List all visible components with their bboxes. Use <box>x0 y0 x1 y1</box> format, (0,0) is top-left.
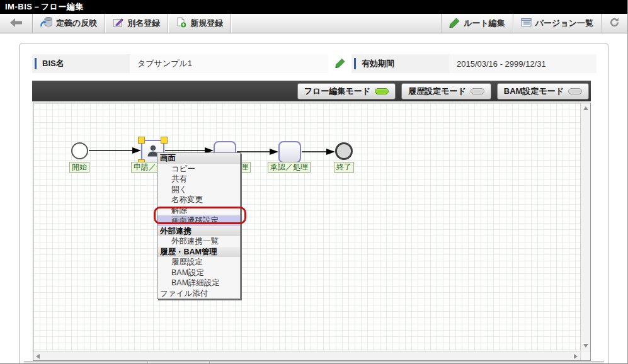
alias-register-button[interactable]: 別名登録 <box>105 14 168 33</box>
scroll-up-arrow-icon[interactable] <box>583 106 588 110</box>
flow-connectors <box>33 103 591 361</box>
task-node-approve[interactable] <box>278 141 301 163</box>
bis-name-value: タブサンプル1 <box>130 54 328 73</box>
valid-period-label: 有効期間 <box>362 58 394 69</box>
inactive-led-indicator <box>568 88 582 94</box>
inactive-led-indicator <box>471 88 484 94</box>
green-pencil-icon <box>335 60 345 70</box>
toolbar-right-group: ルート編集 バージョン一覧 <box>441 14 627 33</box>
context-menu-item-copy[interactable]: コピー <box>157 164 240 174</box>
active-led-indicator <box>375 88 389 94</box>
flow-edit-panel: BIS名 タブサンプル1 有効期間 <box>19 43 608 364</box>
valid-period-value: 2015/03/16 - 2999/12/31 <box>449 54 597 73</box>
bis-name-edit-button[interactable] <box>335 58 345 70</box>
new-register-label: 新規登録 <box>190 18 223 29</box>
back-arrow-icon <box>10 18 22 29</box>
context-menu-item-open[interactable]: 開く <box>157 185 240 195</box>
version-list-icon <box>521 18 532 29</box>
canvas-vertical-scrollbar[interactable] <box>580 103 591 351</box>
context-menu-item-history-setting[interactable]: 履歴設定 <box>157 257 240 268</box>
refresh-icon <box>609 17 620 30</box>
alias-register-label: 別名登録 <box>127 18 160 29</box>
approve-node-label: 承認／処理 <box>268 162 311 173</box>
new-register-button[interactable]: 新規登録 <box>168 14 231 33</box>
canvas-horizontal-scrollbar[interactable] <box>33 351 580 361</box>
scroll-down-arrow-icon[interactable] <box>583 344 588 348</box>
bis-name-label: BIS名 <box>42 58 64 69</box>
bam-setting-mode-button[interactable]: BAM設定モード <box>497 83 589 100</box>
toolbar-separator <box>231 14 231 33</box>
history-setting-mode-button[interactable]: 履歴設定モード <box>401 83 491 100</box>
route-edit-label: ルート編集 <box>464 18 505 29</box>
selection-handle[interactable] <box>161 137 168 144</box>
start-node-label: 開始 <box>69 162 89 173</box>
context-menu-item-file-attach[interactable]: ファイル添付 <box>157 288 240 299</box>
database-reflect-icon <box>40 17 52 30</box>
label-accent-bar <box>35 58 37 69</box>
alias-register-icon <box>113 18 123 30</box>
main-toolbar: 定義の反映 別名登録 新規登録 <box>0 14 627 33</box>
reflect-definition-button[interactable]: 定義の反映 <box>33 14 105 33</box>
red-highlight-annotation <box>154 207 246 224</box>
context-menu-section-history-bam: 履歴・BAM管理 <box>157 247 240 258</box>
scroll-left-arrow-icon[interactable] <box>36 354 40 359</box>
bis-name-edit-area <box>328 54 351 73</box>
green-pencil-icon <box>449 18 460 30</box>
next-section-header-cutoff <box>24 361 604 364</box>
window-title-bar: IM-BIS－フロー編集 <box>0 0 627 14</box>
label-accent-bar <box>354 58 356 69</box>
context-menu-item-bam-setting[interactable]: BAM設定 <box>157 268 240 278</box>
version-list-button[interactable]: バージョン一覧 <box>513 14 601 33</box>
end-node-label: 終了 <box>334 162 354 173</box>
back-button[interactable] <box>0 14 32 33</box>
context-menu-item-share[interactable]: 共有 <box>157 174 240 185</box>
context-menu-section-screen: 画面 <box>157 153 240 164</box>
start-node[interactable] <box>71 142 88 159</box>
context-menu-item-external-link-list[interactable]: 外部連携一覧 <box>157 236 240 247</box>
route-edit-button[interactable]: ルート編集 <box>442 14 513 33</box>
bis-name-label-cell: BIS名 <box>32 54 130 73</box>
window-title: IM-BIS－フロー編集 <box>5 1 84 13</box>
context-menu-item-rename[interactable]: 名称変更 <box>157 195 240 205</box>
selection-handle[interactable] <box>138 137 145 144</box>
valid-period-label-cell: 有効期間 <box>351 54 449 73</box>
flow-edit-mode-button[interactable]: フロー編集モード <box>297 83 396 100</box>
new-register-icon <box>176 17 186 30</box>
version-list-label: バージョン一覧 <box>535 18 593 29</box>
app-window: IM-BIS－フロー編集 定義の反映 <box>0 0 628 364</box>
node-context-menu: 画面 コピー 共有 開く 名称変更 解除 画面遷移設定 外部連携 外部連携一覧 … <box>157 152 241 299</box>
end-node[interactable] <box>335 142 353 160</box>
mode-bar: フロー編集モード 履歴設定モード BAM設定モード <box>32 81 591 101</box>
context-menu-item-bam-detail-setting[interactable]: BAM詳細設定 <box>157 278 240 288</box>
context-menu-section-external-link: 外部連携 <box>157 226 240 237</box>
refresh-button[interactable] <box>602 14 627 33</box>
reflect-definition-label: 定義の反映 <box>56 18 97 29</box>
scroll-right-arrow-icon[interactable] <box>574 354 578 359</box>
scrollbar-corner <box>580 351 591 361</box>
flow-canvas[interactable]: 開始 申請／処理 理 承認／処理 終了 画面 コピー 共有 開く 名称変更 解除… <box>33 103 591 361</box>
info-bar: BIS名 タブサンプル1 有効期間 <box>32 54 597 73</box>
